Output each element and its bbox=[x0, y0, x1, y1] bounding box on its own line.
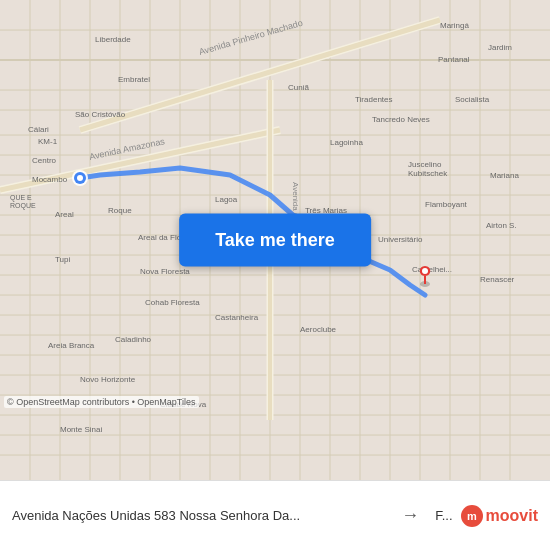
svg-text:KM-1: KM-1 bbox=[38, 137, 58, 146]
route-arrow: → bbox=[393, 505, 427, 526]
svg-text:Socialista: Socialista bbox=[455, 95, 490, 104]
svg-text:Flamboyant: Flamboyant bbox=[425, 200, 468, 209]
svg-text:Mocambo: Mocambo bbox=[32, 175, 68, 184]
moovit-logo: m moovit bbox=[461, 505, 538, 527]
svg-text:Cohab Floresta: Cohab Floresta bbox=[145, 298, 200, 307]
svg-text:Mariana: Mariana bbox=[490, 171, 519, 180]
svg-text:Aeroclube: Aeroclube bbox=[300, 325, 337, 334]
moovit-logo-icon: m bbox=[461, 505, 483, 527]
svg-text:Tancredo Neves: Tancredo Neves bbox=[372, 115, 430, 124]
svg-text:Caladinho: Caladinho bbox=[115, 335, 152, 344]
svg-text:Juscelino: Juscelino bbox=[408, 160, 442, 169]
arrow-icon: → bbox=[401, 505, 419, 526]
svg-text:Embratel: Embratel bbox=[118, 75, 150, 84]
svg-text:São Cristóvão: São Cristóvão bbox=[75, 110, 126, 119]
svg-text:Airton S.: Airton S. bbox=[486, 221, 517, 230]
svg-text:Maringá: Maringá bbox=[440, 21, 469, 30]
svg-text:Tupi: Tupi bbox=[55, 255, 70, 264]
svg-text:Liberdade: Liberdade bbox=[95, 35, 131, 44]
svg-text:Nova Floresta: Nova Floresta bbox=[140, 267, 190, 276]
svg-text:Areia Branca: Areia Branca bbox=[48, 341, 95, 350]
svg-text:Tiradentes: Tiradentes bbox=[355, 95, 393, 104]
svg-text:Centro: Centro bbox=[32, 156, 57, 165]
svg-text:Areal: Areal bbox=[55, 210, 74, 219]
destination-short: F... bbox=[435, 508, 452, 523]
svg-text:Pantanal: Pantanal bbox=[438, 55, 470, 64]
take-me-there-button[interactable]: Take me there bbox=[179, 214, 371, 267]
svg-text:Monte Sinai: Monte Sinai bbox=[60, 425, 102, 434]
svg-point-93 bbox=[422, 268, 428, 274]
svg-text:Castanheira: Castanheira bbox=[215, 313, 259, 322]
svg-text:Novo Horizonte: Novo Horizonte bbox=[80, 375, 136, 384]
bottom-bar: Avenida Nações Unidas 583 Nossa Senhora … bbox=[0, 480, 550, 550]
moovit-brand-name: moovit bbox=[486, 507, 538, 525]
svg-text:Castelhei...: Castelhei... bbox=[412, 265, 452, 274]
svg-text:Cálari: Cálari bbox=[28, 125, 49, 134]
map-container: Avenida Pinheiro Machado Avenida Amazona… bbox=[0, 0, 550, 480]
svg-text:Jardim: Jardim bbox=[488, 43, 512, 52]
map-attribution: © OpenStreetMap contributors • OpenMapTi… bbox=[4, 396, 199, 408]
svg-text:m: m bbox=[467, 510, 477, 522]
svg-text:Lagoa: Lagoa bbox=[215, 195, 238, 204]
svg-text:Cuniã: Cuniã bbox=[288, 83, 309, 92]
svg-text:Kubitschek: Kubitschek bbox=[408, 169, 448, 178]
svg-text:Universitário: Universitário bbox=[378, 235, 423, 244]
origin-address: Avenida Nações Unidas 583 Nossa Senhora … bbox=[12, 508, 385, 523]
svg-text:Roque: Roque bbox=[108, 206, 132, 215]
svg-text:Renascer: Renascer bbox=[480, 275, 515, 284]
svg-text:QUE E: QUE E bbox=[10, 194, 32, 202]
address-info: Avenida Nações Unidas 583 Nossa Senhora … bbox=[12, 508, 385, 523]
svg-point-91 bbox=[77, 175, 83, 181]
svg-text:ROQUE: ROQUE bbox=[10, 202, 36, 210]
svg-text:Lagoinha: Lagoinha bbox=[330, 138, 363, 147]
